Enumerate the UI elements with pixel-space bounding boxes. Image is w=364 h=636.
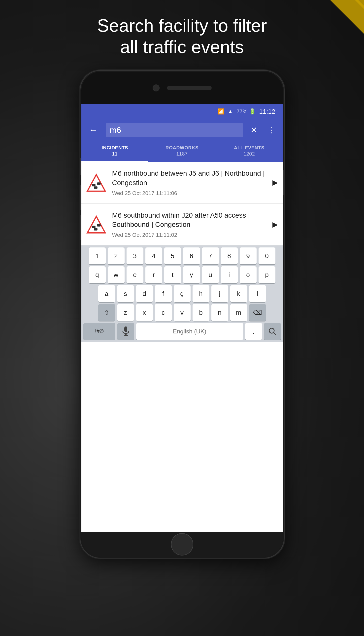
search-input[interactable]: m6 bbox=[106, 123, 243, 137]
battery-percent: 77% bbox=[236, 108, 248, 115]
shift-button[interactable]: ⇧ bbox=[98, 304, 115, 321]
tab-roadworks[interactable]: ROADWORKS 1187 bbox=[148, 141, 216, 162]
results-list: M6 northbound between J5 and J6 | Northb… bbox=[82, 162, 283, 246]
svg-rect-1 bbox=[92, 184, 95, 186]
result-arrow-2: ▶ bbox=[272, 220, 278, 229]
home-button[interactable] bbox=[171, 533, 193, 555]
period-button[interactable]: . bbox=[245, 323, 262, 340]
key-s[interactable]: s bbox=[117, 285, 134, 302]
mic-button[interactable] bbox=[117, 323, 134, 340]
keyboard-row-qwerty: q w e r t y u i o p bbox=[82, 266, 282, 283]
result-content-1: M6 northbound between J5 and J6 | Northb… bbox=[112, 169, 266, 196]
volume-mute-button bbox=[80, 158, 81, 175]
tab-roadworks-count: 1187 bbox=[176, 151, 188, 157]
svg-rect-10 bbox=[124, 335, 128, 336]
search-bar: ← m6 ✕ ⋮ bbox=[82, 119, 283, 141]
more-options-button[interactable]: ⋮ bbox=[265, 123, 278, 137]
phone-top-bar bbox=[82, 72, 283, 104]
key-z[interactable]: z bbox=[117, 304, 134, 321]
result-item-2[interactable]: M6 southbound within J20 after A50 acces… bbox=[82, 204, 283, 246]
key-j[interactable]: j bbox=[212, 285, 228, 302]
key-m[interactable]: m bbox=[230, 304, 247, 321]
key-l[interactable]: l bbox=[249, 285, 266, 302]
svg-rect-3 bbox=[94, 186, 97, 189]
key-p[interactable]: p bbox=[258, 266, 276, 283]
speaker bbox=[167, 86, 212, 90]
key-q[interactable]: q bbox=[89, 266, 106, 283]
wifi-icon: 📶 bbox=[218, 108, 224, 115]
front-camera bbox=[152, 84, 160, 91]
result-date-1: Wed 25 Oct 2017 11:11:06 bbox=[112, 190, 266, 196]
battery-icon: 🔋 bbox=[249, 108, 256, 115]
search-submit-button[interactable] bbox=[264, 323, 281, 340]
battery-indicator: 77% 🔋 bbox=[236, 108, 256, 115]
key-6[interactable]: 6 bbox=[183, 248, 200, 264]
header-line-1: Search facility to filter bbox=[0, 15, 364, 36]
svg-rect-5 bbox=[92, 226, 95, 228]
keyboard-row-zxcv: ⇧ z x c v b n m ⌫ bbox=[82, 304, 282, 321]
warning-icon-2 bbox=[86, 215, 106, 234]
status-bar: 📶 ▲ 77% 🔋 11:12 bbox=[82, 104, 283, 119]
result-title-1: M6 northbound between J5 and J6 | Northb… bbox=[112, 169, 266, 187]
key-b[interactable]: b bbox=[192, 304, 210, 321]
svg-line-12 bbox=[274, 332, 276, 335]
tabs-bar: INCIDENTS 11 ROADWORKS 1187 ALL EVENTS 1… bbox=[82, 141, 283, 162]
tab-all-events[interactable]: ALL EVENTS 1202 bbox=[216, 141, 283, 162]
svg-rect-9 bbox=[125, 333, 126, 335]
key-o[interactable]: o bbox=[240, 266, 256, 283]
key-t[interactable]: t bbox=[164, 266, 181, 283]
key-n[interactable]: n bbox=[212, 304, 228, 321]
key-3[interactable]: 3 bbox=[126, 248, 144, 264]
volume-down-button bbox=[80, 215, 81, 240]
result-date-2: Wed 25 Oct 2017 11:11:02 bbox=[112, 232, 266, 238]
backspace-button[interactable]: ⌫ bbox=[249, 304, 266, 321]
result-item-1[interactable]: M6 northbound between J5 and J6 | Northb… bbox=[82, 162, 283, 204]
status-icons: 📶 ▲ 77% 🔋 11:12 bbox=[218, 108, 276, 116]
key-9[interactable]: 9 bbox=[240, 248, 256, 264]
key-h[interactable]: h bbox=[192, 285, 210, 302]
tab-all-events-label: ALL EVENTS bbox=[234, 145, 264, 151]
key-7[interactable]: 7 bbox=[202, 248, 219, 264]
status-time: 11:12 bbox=[259, 108, 275, 116]
key-i[interactable]: i bbox=[221, 266, 238, 283]
key-f[interactable]: f bbox=[155, 285, 172, 302]
key-g[interactable]: g bbox=[174, 285, 190, 302]
keyboard-row-numbers: 1 2 3 4 5 6 7 8 9 0 bbox=[82, 248, 282, 264]
key-5[interactable]: 5 bbox=[164, 248, 181, 264]
space-button[interactable]: English (UK) bbox=[136, 323, 243, 340]
key-y[interactable]: y bbox=[183, 266, 200, 283]
result-arrow-1: ▶ bbox=[272, 178, 278, 186]
key-2[interactable]: 2 bbox=[108, 248, 124, 264]
result-title-2: M6 southbound within J20 after A50 acces… bbox=[112, 211, 266, 230]
key-1[interactable]: 1 bbox=[89, 248, 106, 264]
svg-rect-2 bbox=[97, 182, 100, 185]
keyboard: 1 2 3 4 5 6 7 8 9 0 q w e r t bbox=[82, 246, 283, 342]
key-k[interactable]: k bbox=[230, 285, 247, 302]
key-d[interactable]: d bbox=[136, 285, 153, 302]
volume-up-button bbox=[80, 185, 81, 210]
key-8[interactable]: 8 bbox=[221, 248, 238, 264]
key-x[interactable]: x bbox=[136, 304, 153, 321]
keyboard-row-special: !#© English (UK) . bbox=[82, 323, 282, 340]
back-button[interactable]: ← bbox=[86, 122, 101, 138]
tab-incidents[interactable]: INCIDENTS 11 bbox=[82, 141, 149, 162]
key-c[interactable]: c bbox=[155, 304, 172, 321]
key-w[interactable]: w bbox=[108, 266, 124, 283]
power-button bbox=[283, 170, 284, 195]
key-r[interactable]: r bbox=[146, 266, 162, 283]
key-4[interactable]: 4 bbox=[146, 248, 162, 264]
key-u[interactable]: u bbox=[202, 266, 219, 283]
clear-search-button[interactable]: ✕ bbox=[248, 123, 260, 137]
page-header: Search facility to filter all traffic ev… bbox=[0, 15, 364, 58]
tab-all-events-count: 1202 bbox=[244, 151, 255, 157]
key-e[interactable]: e bbox=[126, 266, 144, 283]
result-content-2: M6 southbound within J20 after A50 acces… bbox=[112, 211, 266, 239]
key-0[interactable]: 0 bbox=[258, 248, 276, 264]
tab-incidents-count: 11 bbox=[112, 151, 118, 157]
keyboard-row-asdf: a s d f g h j k l bbox=[82, 285, 282, 302]
key-a[interactable]: a bbox=[98, 285, 115, 302]
symbols-button[interactable]: !#© bbox=[83, 323, 116, 340]
key-v[interactable]: v bbox=[174, 304, 190, 321]
svg-rect-6 bbox=[97, 224, 100, 227]
tab-incidents-label: INCIDENTS bbox=[102, 145, 128, 151]
